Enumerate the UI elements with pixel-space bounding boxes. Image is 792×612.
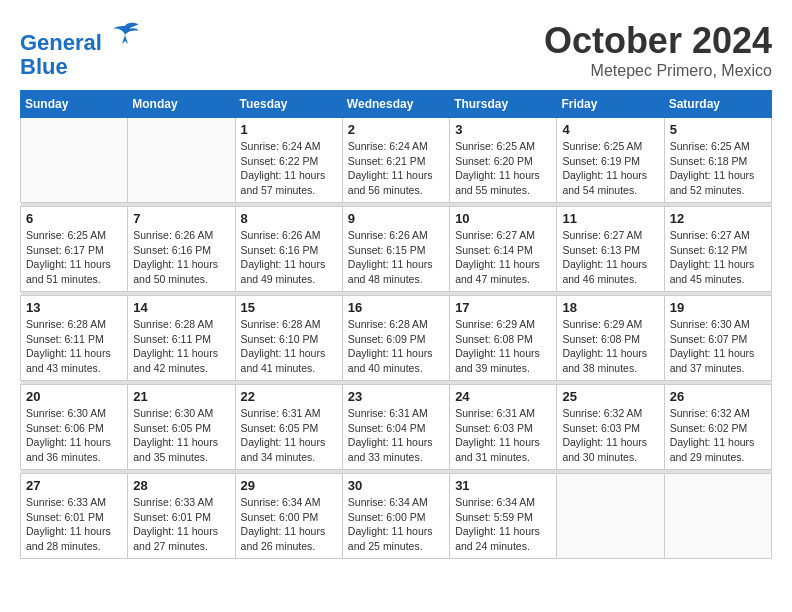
week-row-2: 6Sunrise: 6:25 AMSunset: 6:17 PMDaylight… xyxy=(21,207,772,292)
day-info: Sunrise: 6:27 AMSunset: 6:14 PMDaylight:… xyxy=(455,228,551,287)
col-header-thursday: Thursday xyxy=(450,91,557,118)
day-info: Sunrise: 6:33 AMSunset: 6:01 PMDaylight:… xyxy=(26,495,122,554)
day-number: 18 xyxy=(562,300,658,315)
day-info: Sunrise: 6:28 AMSunset: 6:10 PMDaylight:… xyxy=(241,317,337,376)
day-info: Sunrise: 6:31 AMSunset: 6:03 PMDaylight:… xyxy=(455,406,551,465)
calendar-cell xyxy=(21,118,128,203)
calendar-cell: 19Sunrise: 6:30 AMSunset: 6:07 PMDayligh… xyxy=(664,296,771,381)
day-info: Sunrise: 6:26 AMSunset: 6:15 PMDaylight:… xyxy=(348,228,444,287)
day-info: Sunrise: 6:31 AMSunset: 6:04 PMDaylight:… xyxy=(348,406,444,465)
calendar-cell: 16Sunrise: 6:28 AMSunset: 6:09 PMDayligh… xyxy=(342,296,449,381)
day-number: 25 xyxy=(562,389,658,404)
calendar-cell: 24Sunrise: 6:31 AMSunset: 6:03 PMDayligh… xyxy=(450,385,557,470)
day-number: 28 xyxy=(133,478,229,493)
day-number: 23 xyxy=(348,389,444,404)
day-number: 5 xyxy=(670,122,766,137)
day-number: 27 xyxy=(26,478,122,493)
calendar-cell: 15Sunrise: 6:28 AMSunset: 6:10 PMDayligh… xyxy=(235,296,342,381)
day-number: 11 xyxy=(562,211,658,226)
calendar-cell: 29Sunrise: 6:34 AMSunset: 6:00 PMDayligh… xyxy=(235,474,342,559)
logo-general: General xyxy=(20,30,102,55)
calendar-cell: 26Sunrise: 6:32 AMSunset: 6:02 PMDayligh… xyxy=(664,385,771,470)
day-number: 19 xyxy=(670,300,766,315)
calendar-table: SundayMondayTuesdayWednesdayThursdayFrid… xyxy=(20,90,772,559)
week-row-4: 20Sunrise: 6:30 AMSunset: 6:06 PMDayligh… xyxy=(21,385,772,470)
calendar-cell: 12Sunrise: 6:27 AMSunset: 6:12 PMDayligh… xyxy=(664,207,771,292)
calendar-cell: 17Sunrise: 6:29 AMSunset: 6:08 PMDayligh… xyxy=(450,296,557,381)
day-number: 21 xyxy=(133,389,229,404)
calendar-cell: 23Sunrise: 6:31 AMSunset: 6:04 PMDayligh… xyxy=(342,385,449,470)
week-row-1: 1Sunrise: 6:24 AMSunset: 6:22 PMDaylight… xyxy=(21,118,772,203)
calendar-cell xyxy=(557,474,664,559)
day-info: Sunrise: 6:25 AMSunset: 6:20 PMDaylight:… xyxy=(455,139,551,198)
day-info: Sunrise: 6:29 AMSunset: 6:08 PMDaylight:… xyxy=(455,317,551,376)
day-number: 4 xyxy=(562,122,658,137)
day-number: 26 xyxy=(670,389,766,404)
day-number: 15 xyxy=(241,300,337,315)
col-header-tuesday: Tuesday xyxy=(235,91,342,118)
calendar-cell: 28Sunrise: 6:33 AMSunset: 6:01 PMDayligh… xyxy=(128,474,235,559)
day-info: Sunrise: 6:28 AMSunset: 6:11 PMDaylight:… xyxy=(26,317,122,376)
week-row-5: 27Sunrise: 6:33 AMSunset: 6:01 PMDayligh… xyxy=(21,474,772,559)
day-number: 29 xyxy=(241,478,337,493)
logo-bird-icon xyxy=(110,20,140,50)
day-number: 2 xyxy=(348,122,444,137)
day-number: 9 xyxy=(348,211,444,226)
day-info: Sunrise: 6:31 AMSunset: 6:05 PMDaylight:… xyxy=(241,406,337,465)
day-info: Sunrise: 6:25 AMSunset: 6:18 PMDaylight:… xyxy=(670,139,766,198)
calendar-cell xyxy=(664,474,771,559)
day-number: 10 xyxy=(455,211,551,226)
day-number: 20 xyxy=(26,389,122,404)
calendar-cell: 4Sunrise: 6:25 AMSunset: 6:19 PMDaylight… xyxy=(557,118,664,203)
calendar-cell: 27Sunrise: 6:33 AMSunset: 6:01 PMDayligh… xyxy=(21,474,128,559)
calendar-cell: 3Sunrise: 6:25 AMSunset: 6:20 PMDaylight… xyxy=(450,118,557,203)
day-number: 1 xyxy=(241,122,337,137)
day-info: Sunrise: 6:34 AMSunset: 6:00 PMDaylight:… xyxy=(348,495,444,554)
calendar-cell xyxy=(128,118,235,203)
calendar-cell: 25Sunrise: 6:32 AMSunset: 6:03 PMDayligh… xyxy=(557,385,664,470)
day-info: Sunrise: 6:30 AMSunset: 6:06 PMDaylight:… xyxy=(26,406,122,465)
day-info: Sunrise: 6:32 AMSunset: 6:02 PMDaylight:… xyxy=(670,406,766,465)
day-info: Sunrise: 6:32 AMSunset: 6:03 PMDaylight:… xyxy=(562,406,658,465)
location: Metepec Primero, Mexico xyxy=(544,62,772,80)
day-info: Sunrise: 6:28 AMSunset: 6:11 PMDaylight:… xyxy=(133,317,229,376)
calendar-cell: 14Sunrise: 6:28 AMSunset: 6:11 PMDayligh… xyxy=(128,296,235,381)
day-number: 30 xyxy=(348,478,444,493)
calendar-cell: 31Sunrise: 6:34 AMSunset: 5:59 PMDayligh… xyxy=(450,474,557,559)
calendar-cell: 1Sunrise: 6:24 AMSunset: 6:22 PMDaylight… xyxy=(235,118,342,203)
day-number: 13 xyxy=(26,300,122,315)
calendar-cell: 20Sunrise: 6:30 AMSunset: 6:06 PMDayligh… xyxy=(21,385,128,470)
logo-blue: Blue xyxy=(20,54,68,79)
page-header: General Blue October 2024 Metepec Primer… xyxy=(20,20,772,80)
calendar-cell: 7Sunrise: 6:26 AMSunset: 6:16 PMDaylight… xyxy=(128,207,235,292)
week-row-3: 13Sunrise: 6:28 AMSunset: 6:11 PMDayligh… xyxy=(21,296,772,381)
month-title: October 2024 xyxy=(544,20,772,62)
day-info: Sunrise: 6:24 AMSunset: 6:21 PMDaylight:… xyxy=(348,139,444,198)
logo: General Blue xyxy=(20,20,140,79)
day-number: 22 xyxy=(241,389,337,404)
day-number: 24 xyxy=(455,389,551,404)
day-info: Sunrise: 6:26 AMSunset: 6:16 PMDaylight:… xyxy=(241,228,337,287)
calendar-header-row: SundayMondayTuesdayWednesdayThursdayFrid… xyxy=(21,91,772,118)
calendar-cell: 30Sunrise: 6:34 AMSunset: 6:00 PMDayligh… xyxy=(342,474,449,559)
day-number: 14 xyxy=(133,300,229,315)
day-info: Sunrise: 6:34 AMSunset: 6:00 PMDaylight:… xyxy=(241,495,337,554)
col-header-monday: Monday xyxy=(128,91,235,118)
day-info: Sunrise: 6:27 AMSunset: 6:13 PMDaylight:… xyxy=(562,228,658,287)
calendar-cell: 8Sunrise: 6:26 AMSunset: 6:16 PMDaylight… xyxy=(235,207,342,292)
day-info: Sunrise: 6:26 AMSunset: 6:16 PMDaylight:… xyxy=(133,228,229,287)
calendar-cell: 2Sunrise: 6:24 AMSunset: 6:21 PMDaylight… xyxy=(342,118,449,203)
day-info: Sunrise: 6:34 AMSunset: 5:59 PMDaylight:… xyxy=(455,495,551,554)
day-number: 12 xyxy=(670,211,766,226)
day-number: 8 xyxy=(241,211,337,226)
col-header-friday: Friday xyxy=(557,91,664,118)
col-header-saturday: Saturday xyxy=(664,91,771,118)
calendar-cell: 13Sunrise: 6:28 AMSunset: 6:11 PMDayligh… xyxy=(21,296,128,381)
day-number: 31 xyxy=(455,478,551,493)
day-info: Sunrise: 6:30 AMSunset: 6:05 PMDaylight:… xyxy=(133,406,229,465)
day-info: Sunrise: 6:30 AMSunset: 6:07 PMDaylight:… xyxy=(670,317,766,376)
day-info: Sunrise: 6:24 AMSunset: 6:22 PMDaylight:… xyxy=(241,139,337,198)
day-info: Sunrise: 6:33 AMSunset: 6:01 PMDaylight:… xyxy=(133,495,229,554)
calendar-cell: 6Sunrise: 6:25 AMSunset: 6:17 PMDaylight… xyxy=(21,207,128,292)
day-info: Sunrise: 6:28 AMSunset: 6:09 PMDaylight:… xyxy=(348,317,444,376)
